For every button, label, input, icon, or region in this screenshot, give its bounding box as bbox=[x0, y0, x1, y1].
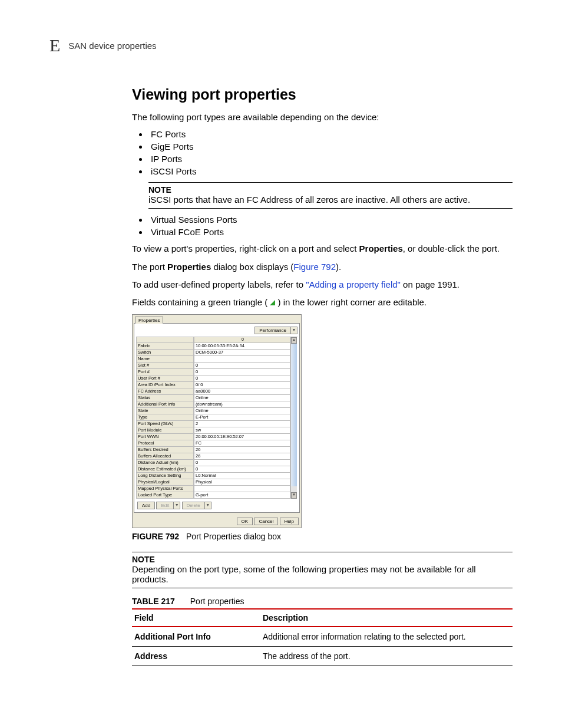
list-item: iSCSI Ports bbox=[148, 166, 513, 176]
appendix-letter: E bbox=[49, 35, 60, 55]
edit-button[interactable]: Edit ▼ bbox=[156, 502, 180, 509]
list-item: Virtual Sessions Ports bbox=[148, 215, 513, 225]
delete-button[interactable]: Delete ▼ bbox=[182, 502, 211, 509]
add-button[interactable]: Add bbox=[137, 502, 155, 509]
property-value[interactable]: 26 bbox=[194, 447, 290, 453]
property-value[interactable]: Physical bbox=[194, 479, 290, 486]
description-cell: Additional error information relating to… bbox=[260, 627, 513, 647]
property-label: Distance Actual (km) bbox=[136, 460, 194, 466]
chevron-down-icon: ▼ bbox=[174, 502, 180, 509]
figure-link[interactable]: Figure 792 bbox=[293, 262, 336, 272]
figure-caption: FIGURE 792 Port Properties dialog box bbox=[132, 532, 513, 541]
note-text: iSCSI ports that have an FC Address of a… bbox=[148, 195, 513, 205]
figure-label: FIGURE 792 bbox=[132, 532, 179, 541]
property-value[interactable]: sw bbox=[194, 427, 290, 434]
performance-label: Performance bbox=[254, 327, 291, 334]
property-label: Area ID /Port Index bbox=[136, 382, 194, 388]
scrollbar[interactable]: ▲ ▼ bbox=[290, 337, 297, 499]
property-value[interactable]: 0 bbox=[194, 375, 290, 382]
properties-bold: Properties bbox=[359, 243, 403, 253]
property-value[interactable]: DCM-5000-37 bbox=[194, 350, 290, 356]
text: Fields containing a green triangle ( bbox=[132, 297, 270, 307]
table-label: TABLE 217 bbox=[132, 597, 175, 606]
delete-label: Delete bbox=[182, 502, 205, 509]
property-value[interactable]: E-Port bbox=[194, 414, 290, 421]
property-value[interactable]: Online bbox=[194, 408, 290, 414]
property-label: Buffers Allocated bbox=[136, 453, 194, 460]
property-label: Switch bbox=[136, 350, 194, 356]
edit-label: Edit bbox=[156, 502, 174, 509]
property-value[interactable]: 0 bbox=[194, 460, 290, 466]
dialog-actions: OK Cancel Help bbox=[134, 513, 300, 526]
property-value[interactable]: aa0000 bbox=[194, 388, 290, 395]
text: ) in the lower right corner are editable… bbox=[275, 297, 427, 307]
property-value[interactable] bbox=[194, 486, 290, 492]
property-value[interactable]: 10:00:00:05:33:E5:2A:54 bbox=[194, 343, 290, 350]
triangle-paragraph: Fields containing a green triangle ( ) i… bbox=[132, 297, 513, 308]
property-value[interactable]: FC bbox=[194, 440, 290, 447]
chevron-down-icon: ▼ bbox=[205, 502, 211, 509]
field-header: Field bbox=[132, 609, 260, 627]
dialog-paragraph: The port Properties dialog box displays … bbox=[132, 261, 513, 273]
property-label: Port # bbox=[136, 369, 194, 375]
list-item: Virtual FCoE Ports bbox=[148, 227, 513, 237]
property-values-col: 0 10:00:00:05:33:E5:2A:54DCM-5000-370000… bbox=[194, 337, 290, 499]
property-label: User Port # bbox=[136, 375, 194, 382]
scroll-up-icon[interactable]: ▲ bbox=[291, 337, 297, 344]
property-value[interactable]: L0:Normal bbox=[194, 473, 290, 479]
figure-caption-text: Port Properties dialog box bbox=[186, 532, 281, 541]
scroll-down-icon[interactable]: ▼ bbox=[291, 492, 297, 499]
property-value[interactable]: Online bbox=[194, 395, 290, 401]
property-labels-col: FabricSwitchNameSlot #Port #User Port #A… bbox=[136, 337, 194, 499]
properties-tab[interactable]: Properties bbox=[135, 317, 163, 324]
property-label: Type bbox=[136, 414, 194, 421]
intro-paragraph: The following port types are available d… bbox=[132, 111, 513, 123]
property-value[interactable]: 26 bbox=[194, 453, 290, 460]
table-row: Address The address of the port. bbox=[132, 647, 513, 666]
field-cell: Address bbox=[132, 647, 260, 666]
note-label: NOTE bbox=[148, 185, 513, 195]
text: dialog box displays ( bbox=[211, 262, 293, 272]
property-value[interactable]: 0/ 0 bbox=[194, 382, 290, 388]
property-table: FabricSwitchNameSlot #Port #User Port #A… bbox=[136, 337, 297, 499]
ok-button[interactable]: OK bbox=[237, 518, 253, 525]
text: To add user-defined property labels, ref… bbox=[132, 279, 306, 289]
property-label: Buffers Desired bbox=[136, 447, 194, 453]
text: To view a port's properties, right-click… bbox=[132, 243, 359, 253]
property-value[interactable]: 0 bbox=[194, 369, 290, 375]
performance-button[interactable]: Performance ▼ bbox=[254, 327, 297, 334]
property-label: Protocol bbox=[136, 440, 194, 447]
port-types-list-1: FC Ports GigE Ports IP Ports iSCSI Ports bbox=[132, 129, 513, 176]
property-value[interactable]: 20:00:00:05:1E:90:52:07 bbox=[194, 434, 290, 440]
section-title: Viewing port properties bbox=[132, 86, 513, 103]
property-value[interactable]: G-port bbox=[194, 492, 290, 499]
property-value[interactable]: (downstream) bbox=[194, 401, 290, 408]
text: on page 1991. bbox=[401, 279, 459, 289]
scroll-track[interactable] bbox=[291, 344, 297, 486]
help-button[interactable]: Help bbox=[280, 518, 299, 525]
edit-button-row: Add Edit ▼ Delete ▼ bbox=[136, 499, 297, 510]
property-label: FC Address bbox=[136, 388, 194, 395]
property-label: Mapped Physical Ports bbox=[136, 486, 194, 492]
property-value[interactable]: 2 bbox=[194, 421, 290, 427]
text: The port bbox=[132, 262, 167, 272]
property-label: Additional Port Info bbox=[136, 401, 194, 408]
adding-property-field-link[interactable]: "Adding a property field" bbox=[306, 279, 401, 289]
running-title: SAN device properties bbox=[68, 41, 156, 51]
property-label: Long Distance Setting bbox=[136, 473, 194, 479]
table-title: Port properties bbox=[190, 597, 244, 606]
cancel-button[interactable]: Cancel bbox=[254, 518, 278, 525]
property-value[interactable] bbox=[194, 356, 290, 363]
table-header-row: Field Description bbox=[132, 609, 513, 627]
property-label: Locked Port Type bbox=[136, 492, 194, 499]
text: ). bbox=[336, 262, 341, 272]
note-block-porttype: NOTE Depending on the port type, some of… bbox=[132, 552, 513, 588]
add-labels-paragraph: To add user-defined property labels, ref… bbox=[132, 279, 513, 291]
property-value[interactable]: 0 bbox=[194, 466, 290, 473]
property-label: Physical/Logical bbox=[136, 479, 194, 486]
description-cell: The address of the port. bbox=[260, 647, 513, 666]
note-text: Depending on the port type, some of the … bbox=[132, 564, 513, 584]
dialog-inner: Performance ▼ FabricSwitchNameSlot #Port… bbox=[134, 323, 300, 513]
property-value[interactable]: 0 bbox=[194, 363, 290, 369]
property-label: Name bbox=[136, 356, 194, 363]
